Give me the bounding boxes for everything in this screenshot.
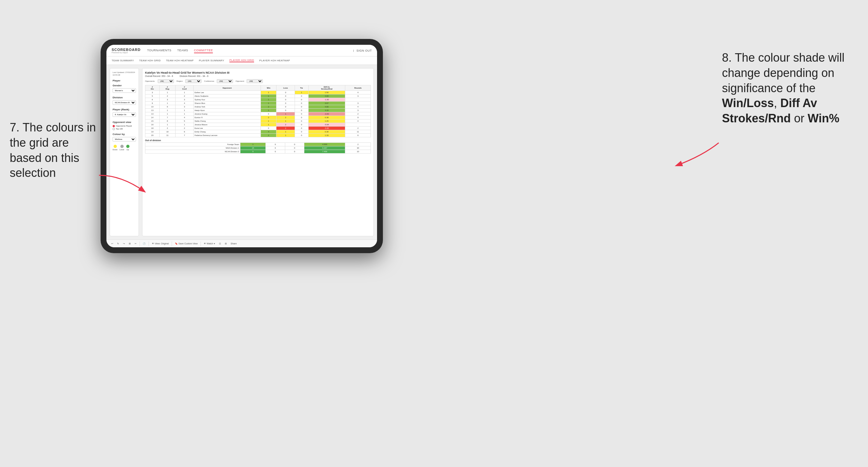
toolbar: ↩ ↻ ↪ ⊞ ✂ 🕐 👁 View: Original 🔖 Save Cust… [106, 240, 377, 247]
filter-opponent-label: Opponent [236, 80, 244, 82]
sign-out-btn[interactable]: Sign out [356, 49, 372, 53]
division-record-label: Division Record: 331 - 34 - 6 [180, 75, 208, 77]
tab-team-summary[interactable]: TEAM SUMMARY [112, 59, 134, 62]
gender-select[interactable]: Women's [113, 88, 136, 93]
annotation-right: 8. The colour shade will change dependin… [722, 50, 858, 126]
sub-nav: TEAM SUMMARY TEAM H2H GRID TEAM H2H HEAT… [106, 57, 377, 65]
app-header: SCOREBOARD Powered by clippd TOURNAMENTS… [106, 45, 377, 57]
tab-team-h2h-heatmap[interactable]: TEAM H2H HEATMAP [166, 59, 194, 62]
radio-top100[interactable]: Top 100 [113, 128, 136, 130]
nav-tournaments[interactable]: TOURNAMENTS [147, 48, 171, 53]
filter-conference-label: Conference [204, 80, 214, 82]
col-tie: Tie [294, 85, 308, 91]
table-row: 20117Federica Domecq Lacroze2101.336 [145, 134, 371, 137]
tab-player-h2h-heatmap[interactable]: PLAYER H2H HEATMAP [259, 59, 290, 62]
left-panel: Last Updated: 27/03/2024 16:55:38 Player… [110, 68, 139, 236]
copy-btn[interactable]: ⊞ [128, 242, 132, 245]
col-reg: #Reg [159, 85, 175, 91]
colour-by-section: Colour by Win/loss [113, 133, 136, 143]
col-loss: Loss [276, 85, 294, 91]
logo-area: SCOREBOARD Powered by clippd [112, 48, 141, 54]
filter-region-label: Region [177, 80, 183, 82]
colour-by-label: Colour by [113, 133, 136, 136]
gender-label: Gender [113, 84, 136, 87]
grid-btn[interactable]: ⊞ [224, 242, 228, 245]
logo-text: SCOREBOARD [112, 48, 141, 52]
radio-opponents-played[interactable]: Opponents Played [113, 125, 136, 127]
filter-opponent-select[interactable]: (All) [247, 79, 263, 83]
legend-label-up: Up [127, 149, 129, 151]
radio-dot-top100 [113, 128, 115, 130]
toolbar-divider-4 [200, 242, 201, 246]
nav-tabs: TOURNAMENTS TEAMS COMMITTEE [147, 48, 353, 53]
legend-dot-level [120, 145, 124, 148]
table-row: 1311Heejo Hyun1003.333 [145, 109, 371, 112]
table-row: 1822Euna Lee020-5.002 [145, 127, 371, 130]
share-btn[interactable]: Share [230, 242, 238, 245]
arrow-right-svg [657, 139, 722, 172]
redo2-btn[interactable]: ↪ [122, 242, 126, 245]
undo-btn[interactable]: ↩ [110, 242, 114, 245]
grid-title: Katelyn Vo Head-to-Head Grid for Women's… [145, 71, 371, 74]
out-division-table: Foreign Team1004.5002NAIA Division 11500… [145, 143, 371, 154]
watch-btn[interactable]: 👁 Watch ▾ [203, 242, 216, 245]
arrow-left-svg [96, 172, 161, 198]
layout-btn[interactable]: ⊡ [218, 242, 222, 245]
table-row: NAIA Division 115009.26730 [145, 146, 371, 150]
toolbar-divider-2 [149, 242, 149, 246]
nav-committee[interactable]: COMMITTEE [194, 48, 213, 53]
table-row: Foreign Team1004.5002 [145, 143, 371, 146]
tab-player-h2h-grid[interactable]: PLAYER H2H GRID [229, 59, 254, 62]
tablet-screen: SCOREBOARD Powered by clippd TOURNAMENTS… [106, 45, 377, 247]
table-row: 311Esther Lee1011.504 [145, 91, 371, 94]
filter-conference-select[interactable]: (All) [217, 79, 233, 83]
watch-chevron: ▾ [214, 242, 215, 245]
save-custom-btn[interactable]: 🔖 Save Custom View [174, 242, 198, 245]
table-row: NCAA Division 25007.40010 [145, 150, 371, 154]
clock-btn[interactable]: 🕐 [142, 242, 147, 245]
opponent-view-label: Opponent view [113, 121, 136, 124]
view-original-btn[interactable]: 👁 View: Original [151, 242, 170, 245]
cut-btn[interactable]: ✂ [134, 242, 137, 245]
toolbar-divider-3 [172, 242, 172, 246]
table-row: 914Sharon Mun1003.673 [145, 101, 371, 105]
grid-panel: Katelyn Vo Head-to-Head Grid for Women's… [142, 68, 374, 236]
player-section-title: Player [113, 79, 136, 82]
division-select[interactable]: NCAA Division III [113, 100, 136, 105]
legend-dot-down [114, 145, 117, 148]
eye-icon: 👁 [152, 242, 154, 245]
main-data-table: #Div #Reg #Conf Opponent Win Loss Tie Di… [145, 85, 371, 137]
filter-opponents-label: Opponents: [145, 80, 155, 82]
tab-player-summary[interactable]: PLAYER SUMMARY [199, 59, 224, 62]
redo-btn[interactable]: ↻ [116, 242, 120, 245]
filter-row: Opponents: (All) Region (All) Conference… [145, 79, 371, 83]
player-rank-select[interactable]: 8. Katelyn Vo [113, 112, 136, 117]
colour-by-select[interactable]: Win/loss [113, 137, 136, 142]
filter-all-select[interactable]: (All) [158, 79, 174, 83]
table-row: 1063Andrea York2004.004 [145, 105, 371, 109]
filter-region-select[interactable]: (All) [185, 79, 202, 83]
col-win: Win [261, 85, 276, 91]
nav-teams[interactable]: TEAMS [177, 48, 188, 53]
tablet-frame: SCOREBOARD Powered by clippd TOURNAMENTS… [101, 39, 383, 253]
header-right: | Sign out [353, 49, 372, 53]
table-row: 633Sydney Kuo100-1.00 [145, 98, 371, 101]
toolbar-divider-1 [140, 242, 140, 246]
col-opponent: Opponent [193, 85, 261, 91]
player-rank-label: Player (Rank) [113, 108, 136, 111]
table-row: 522Alexis Sudjianto1004.003 [145, 94, 371, 98]
legend-label-down: Down [113, 149, 118, 151]
table-row: 1474Eunice Yi2200.389 [145, 116, 371, 119]
col-div: #Div [145, 85, 160, 91]
legend-dot-up [126, 145, 129, 148]
division-label: Division [113, 96, 136, 99]
col-conf: #Conf [176, 85, 193, 91]
table-row: 1611Jessica Mason120-0.94 [145, 123, 371, 127]
divider-icon: | [353, 49, 354, 52]
opponent-view-section: Opponent view Opponents Played Top 100 [113, 121, 136, 130]
legend: Down Level Up [113, 145, 136, 151]
logo-sub: Powered by clippd [112, 52, 141, 54]
main-content: Last Updated: 27/03/2024 16:55:38 Player… [106, 65, 377, 240]
col-diff: Diff AvStrokes/Rnd [308, 85, 345, 91]
tab-team-h2h-grid[interactable]: TEAM H2H GRID [139, 59, 161, 62]
